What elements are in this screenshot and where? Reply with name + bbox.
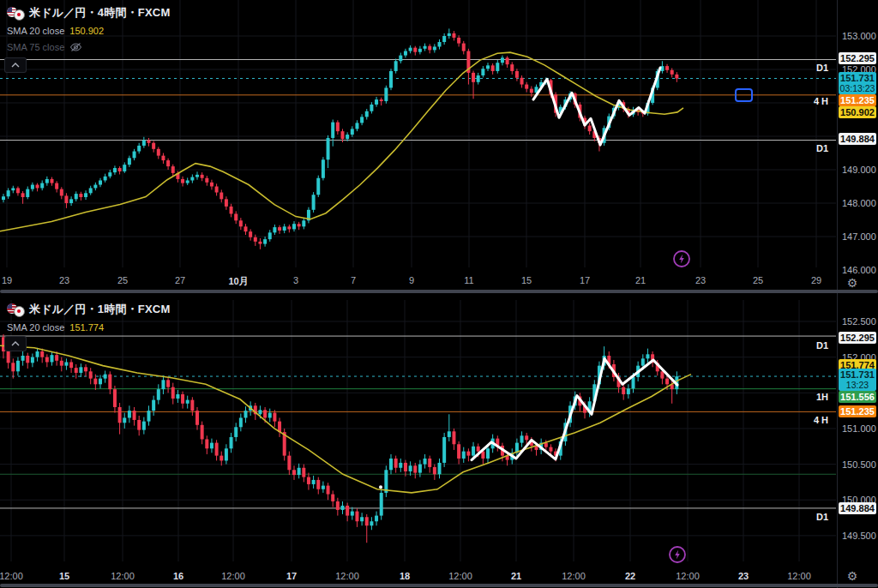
- time-axis-label: 21: [511, 571, 521, 581]
- price-badge-cyan: 151.73113:23: [839, 369, 876, 391]
- price-badge-orange: 151.235: [839, 94, 876, 106]
- time-axis-label: 11: [464, 275, 473, 285]
- time-axis-label: 12:00: [562, 571, 586, 581]
- time-axis-label: 25: [753, 275, 763, 285]
- time-axis-label: 19: [2, 275, 12, 285]
- time-axis-label: 12:00: [221, 571, 245, 581]
- eye-off-icon[interactable]: [69, 42, 82, 52]
- lightning-trade-icon[interactable]: [672, 249, 691, 268]
- time-axis-label: 12:00: [676, 571, 700, 581]
- price-axis-label: 147.000: [842, 231, 876, 242]
- time-axis-label: 15: [521, 275, 532, 285]
- period-label: D1: [794, 143, 828, 153]
- time-axis-label: 29: [811, 275, 821, 285]
- blue-outline-marker[interactable]: [735, 88, 753, 102]
- time-axis-label: 3: [293, 275, 298, 285]
- time-axis-label: 12:00: [448, 571, 472, 581]
- period-label: 4 H: [794, 415, 828, 425]
- time-axis-label: 21: [635, 275, 646, 285]
- price-axis-border: [837, 0, 838, 588]
- price-axis-label: 149.500: [842, 531, 876, 541]
- indicator-row-sma75[interactable]: SMA 75 close: [7, 40, 170, 53]
- price-badge-orange: 151.235: [839, 405, 876, 417]
- time-axis-label: 17: [580, 275, 590, 285]
- price-axis-label: 153.000: [842, 31, 876, 41]
- lightning-trade-icon[interactable]: [668, 545, 687, 564]
- price-axis-label: 150.500: [842, 459, 876, 470]
- price-badge-white: 149.884: [839, 133, 876, 145]
- sma20-line[interactable]: [0, 52, 683, 231]
- drawn-trend-path[interactable]: [533, 68, 660, 145]
- chart-workspace: 米ドル／円・4時間・FXCM SMA 20 close 150.902 SMA …: [0, 0, 878, 588]
- sma20-value: 150.902: [69, 26, 104, 36]
- period-label: D1: [794, 63, 828, 73]
- candlestick-chart-1h[interactable]: [0, 300, 878, 588]
- candlestick-series: [2, 28, 678, 249]
- indicator-row-sma20[interactable]: SMA 20 close 150.902: [7, 24, 170, 37]
- price-badge-yellow: 150.902: [839, 106, 876, 118]
- time-axis-label: 10月: [228, 275, 248, 288]
- symbol-title-4h[interactable]: 米ドル／円・4時間・FXCM: [29, 5, 170, 21]
- time-axis-label: 23: [738, 571, 749, 581]
- time-axis-label: 25: [117, 275, 128, 285]
- time-axis-label: 23: [59, 275, 69, 285]
- price-badge-cyan: 151.73103:13:23: [839, 72, 876, 94]
- sma75-label: SMA 75 close: [7, 42, 64, 52]
- time-axis-label: 12:00: [111, 571, 135, 581]
- price-axis-label: 152.500: [842, 316, 876, 327]
- period-label: 4 H: [794, 96, 828, 106]
- pane-divider-handle[interactable]: [0, 290, 878, 293]
- price-badge-green: 151.556: [839, 391, 876, 403]
- time-axis-label: 15: [59, 571, 69, 581]
- time-axis-label: 27: [175, 275, 185, 285]
- sma20-value: 151.774: [69, 322, 104, 333]
- price-axis-label: 151.000: [842, 423, 876, 434]
- period-label: D1: [794, 340, 828, 351]
- usdjpy-pair-flag-icon: [7, 7, 23, 19]
- price-level-lines: [0, 59, 836, 140]
- time-axis-label: 17: [286, 571, 297, 581]
- time-axis-settings-gear-icon[interactable]: ⚙: [847, 569, 858, 583]
- time-axis-label: 22: [625, 571, 635, 581]
- time-axis-settings-gear-icon[interactable]: ⚙: [847, 276, 858, 290]
- gridlines: [0, 300, 836, 561]
- bar-countdown: 03:13:23: [839, 83, 876, 93]
- time-axis-label: 23: [695, 275, 706, 285]
- price-axis-label: 149.000: [842, 165, 876, 175]
- price-badge-white: 152.295: [839, 52, 876, 64]
- legend-4h: 米ドル／円・4時間・FXCM SMA 20 close 150.902 SMA …: [7, 5, 170, 53]
- sma20-label: SMA 20 close: [7, 322, 64, 333]
- time-axis-label: 12:00: [0, 571, 23, 581]
- period-label: 1H: [794, 392, 828, 402]
- bottom-scrollbar-handle[interactable]: [0, 584, 878, 587]
- price-axis-label: 146.000: [842, 265, 876, 275]
- period-label: D1: [794, 512, 828, 522]
- symbol-title-1h[interactable]: 米ドル／円・1時間・FXCM: [29, 302, 170, 317]
- drawing-dot[interactable]: [379, 485, 382, 489]
- time-axis-label: 7: [351, 275, 356, 285]
- collapse-pane-button-4h[interactable]: [4, 57, 27, 73]
- bar-countdown: 13:23: [839, 380, 876, 390]
- time-axis-label: 9: [409, 275, 414, 285]
- price-axis-label: 148.000: [842, 198, 876, 208]
- time-axis-label: 12:00: [787, 571, 811, 581]
- time-axis-label: 18: [400, 571, 410, 581]
- usdjpy-pair-flag-icon: [7, 303, 23, 315]
- price-badge-white: 152.295: [839, 332, 876, 344]
- legend-1h: 米ドル／円・1時間・FXCM SMA 20 close 151.774: [7, 302, 170, 333]
- time-axis-label: 12:00: [335, 571, 359, 581]
- sma20-line[interactable]: [0, 345, 691, 493]
- indicator-row-sma20[interactable]: SMA 20 close 151.774: [7, 321, 170, 333]
- price-badge-white: 149.884: [839, 502, 876, 514]
- sma20-label: SMA 20 close: [7, 26, 64, 36]
- time-axis-label: 16: [173, 571, 183, 581]
- collapse-pane-button-1h[interactable]: [4, 336, 27, 351]
